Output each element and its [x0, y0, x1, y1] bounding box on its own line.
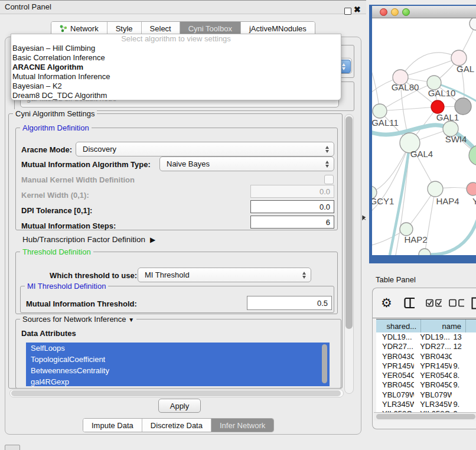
tab-label: Select [150, 24, 171, 33]
node-label: Y [472, 196, 476, 206]
mi-steps-label: Mutual Information Steps: [21, 221, 116, 231]
list-item-betweennesscentrality[interactable]: BetweennessCentrality [26, 365, 330, 376]
aracne-mode-value: Discovery [83, 145, 116, 154]
which-threshold-combo[interactable]: MI Threshold [138, 268, 311, 282]
manual-kernel-checkbox[interactable] [324, 175, 334, 184]
tab-label: Style [116, 24, 133, 33]
kernel-width-value: 0.0 [319, 187, 330, 196]
sources-legend[interactable]: Sources for Network Inference ▼ [20, 315, 136, 324]
table-row[interactable]: YBR043CYBR043C [376, 352, 476, 361]
mi-threshold-value: 0.5 [317, 299, 328, 308]
dropdown-item-aracne-algorithm[interactable]: ARACNE Algorithm [11, 63, 341, 72]
mouse-cursor [361, 215, 367, 222]
network-node-hap4[interactable] [428, 181, 443, 197]
network-node[interactable] [470, 18, 476, 30]
list-item-selfloops[interactable]: SelfLoops [26, 343, 330, 354]
close-icon[interactable]: ✖ [354, 5, 361, 14]
float-window-icon[interactable] [344, 8, 351, 15]
table-row[interactable]: YLR345WYLR345W9. [376, 400, 476, 409]
node-label: GAL10 [428, 88, 456, 98]
new-table-icon[interactable] [471, 297, 476, 309]
dropdown-item-bayesian-hill-climbing[interactable]: Bayesian – Hill Climbing [11, 44, 341, 53]
table-cell: YPR145W [376, 361, 414, 371]
table-row[interactable]: YDR27...YDR27...12 [376, 342, 476, 351]
mi-threshold-legend: MI Threshold Definition [25, 282, 108, 291]
select-all-columns-icon[interactable] [426, 299, 441, 307]
network-node-y[interactable] [467, 182, 476, 195]
mi-type-label: Mutual Information Algorithm Type: [21, 160, 151, 169]
zoom-traffic-light[interactable] [402, 8, 410, 16]
network-canvas[interactable]: GALGAL80GAL10GAL1GAL11SWI4GAL4GCY1HAP4YH… [372, 18, 476, 255]
aracne-mode-combo[interactable]: Discovery [76, 142, 334, 156]
network-view-window[interactable]: GALGAL80GAL10GAL1GAL11SWI4GAL4GCY1HAP4YH… [369, 5, 476, 263]
dropdown-item-mutual-information-inference[interactable]: Mutual Information Inference [11, 72, 341, 81]
tab-infer-network[interactable]: Infer Network [211, 419, 273, 432]
sources-legend-text: Sources for Network Inference [22, 315, 126, 324]
dropdown-item-basic-correlation-inference[interactable]: Basic Correlation Inference [11, 53, 341, 63]
combo-stepper-icon [302, 272, 306, 279]
dpi-tolerance-input[interactable]: 0.0 [250, 200, 334, 213]
gear-icon[interactable]: ⚙ [381, 296, 392, 310]
table-header-row: shared...nameA [376, 319, 476, 334]
apply-button[interactable]: Apply [158, 399, 201, 413]
dpi-tolerance-value: 0.0 [319, 203, 330, 211]
minimize-traffic-light[interactable] [391, 8, 399, 16]
list-scrollbar-thumb[interactable] [322, 344, 327, 383]
deselect-all-columns-icon[interactable] [449, 299, 464, 307]
mi-type-combo[interactable]: Naive Bayes [159, 156, 334, 171]
table-cell: YDL19... [376, 332, 414, 342]
node-label: HAP2 [404, 234, 427, 244]
cyni-settings-legend: Cyni Algorithm Settings [13, 109, 97, 118]
data-attributes-list[interactable]: SelfLoopsTopologicalCoefficientBetweenne… [26, 343, 330, 386]
list-item-topologicalcoefficient[interactable]: TopologicalCoefficient [26, 354, 330, 365]
tab-impute-data[interactable]: Impute Data [83, 419, 142, 432]
table-cell [452, 352, 476, 361]
tab-discretize-data[interactable]: Discretize Data [142, 419, 211, 432]
column-header-2[interactable]: name [421, 319, 466, 333]
expander-down-arrow-icon: ▼ [128, 317, 134, 323]
settings-scrollbar-thumb[interactable] [345, 116, 353, 329]
hub-definition-expander[interactable]: Hub/Transcription Factor Definition ▶ [22, 235, 155, 244]
table-row[interactable]: YDL19...YDL19...13 [376, 332, 476, 342]
table-row[interactable]: YBR045CYBR045C9. [376, 380, 476, 390]
table-hscrollbar-thumb[interactable] [376, 414, 475, 419]
table-hscrollbar-track[interactable] [374, 412, 476, 420]
list-item-gal4rgexp[interactable]: gal4RGexp [26, 376, 330, 386]
column-header-3[interactable]: A [466, 319, 476, 333]
combo-stepper-icon [325, 146, 329, 153]
table-row[interactable]: YBL079WYBL079W [376, 390, 476, 400]
mi-steps-input[interactable]: 6 [250, 216, 334, 229]
network-graph[interactable]: GALGAL80GAL10GAL1GAL11SWI4GAL4GCY1HAP4YH… [372, 18, 476, 255]
table-cell: YDL19... [414, 332, 452, 342]
column-header-1[interactable]: shared... [376, 319, 421, 333]
kernel-width-input[interactable]: 0.0 [250, 185, 334, 198]
algorithm-definition-legend: Algorithm Definition [20, 123, 92, 132]
dropdown-item-dream8-dc-tdc-algorithm[interactable]: Dream8 DC_TDC Algorithm [11, 91, 341, 100]
mi-steps-value: 6 [326, 218, 330, 227]
node-label: GAL [457, 64, 474, 74]
network-node-gal11[interactable] [373, 104, 387, 118]
hub-definition-label: Hub/Transcription Factor Definition [22, 235, 145, 244]
settings-hscrollbar-thumb[interactable] [11, 390, 341, 396]
table-row[interactable]: YPR145WYPR145W9. [376, 361, 476, 371]
mi-type-value: Naive Bayes [167, 159, 210, 168]
network-window-titlebar[interactable] [372, 6, 476, 18]
network-node-gal1[interactable] [431, 100, 444, 113]
table-cell: YBL079W [376, 390, 414, 400]
split-columns-icon[interactable] [404, 297, 415, 309]
network-node-hap2[interactable] [400, 223, 413, 236]
collapsed-panel-button[interactable] [5, 445, 20, 450]
tab-label: Impute Data [92, 421, 133, 430]
close-traffic-light[interactable] [380, 8, 387, 16]
table-cell: YBR045C [376, 380, 414, 390]
dropdown-item-bayesian-k2[interactable]: Bayesian – K2 [11, 81, 341, 91]
node-label: SWI4 [445, 134, 467, 144]
table-cell: 9. [452, 400, 476, 409]
mi-threshold-input[interactable]: 0.5 [247, 296, 332, 310]
aracne-mode-label: Aracne Mode: [21, 145, 72, 155]
table-cell: YDR27... [414, 342, 452, 351]
table-cell: YER054C [376, 371, 414, 380]
table-cell: YPR145W [414, 361, 452, 371]
network-node[interactable] [419, 249, 431, 255]
table-row[interactable]: YER054CYER054C8. [376, 371, 476, 380]
